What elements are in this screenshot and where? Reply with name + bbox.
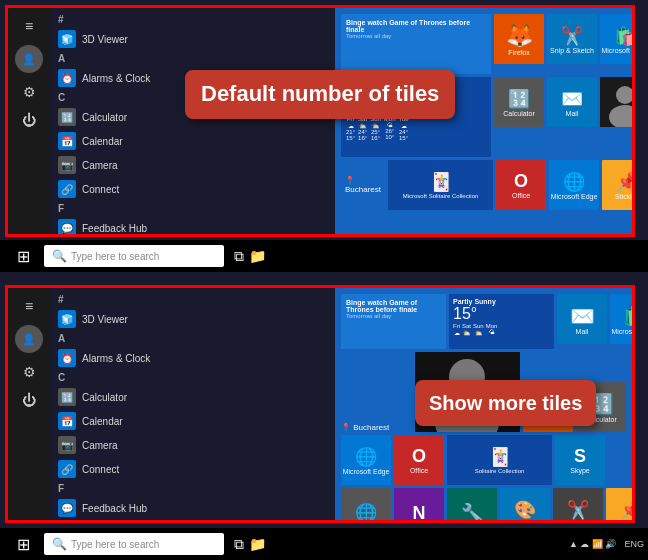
sidebar-item-connect[interactable]: 🔗 Connect: [50, 177, 335, 201]
taskbar-search-top[interactable]: 🔍 Type here to search: [44, 245, 224, 267]
location-row: 📍 Bucharest: [341, 160, 385, 210]
start-button-bottom[interactable]: ⊞: [4, 531, 42, 557]
stickies-tile-label: Stickies: [615, 193, 632, 200]
location-row-b: 📍 Bucharest: [341, 423, 412, 432]
sidebar-label-alarms: Alarms & Clock: [82, 73, 150, 84]
feedback-icon-b: 💬: [58, 499, 76, 517]
sidebar-item-calendar[interactable]: 📅 Calendar: [50, 129, 335, 153]
skype-tile-label-b: Skype: [570, 467, 589, 474]
tile-onenote-b[interactable]: N: [394, 488, 444, 520]
sidebar-item-camera[interactable]: 📷 Camera: [50, 153, 335, 177]
sidebar-item-calculator-b[interactable]: 🔢 Calculator: [50, 385, 335, 409]
tile-event[interactable]: Binge watch Game of Thrones before final…: [341, 14, 491, 74]
tile-office-top[interactable]: O Office: [496, 160, 546, 210]
tile-skype-b[interactable]: S Skype: [555, 435, 605, 485]
sidebar-item-3dviewer[interactable]: 🧊 3D Viewer: [50, 27, 335, 51]
sidebar-item-feedback[interactable]: 💬 Feedback Hub: [50, 216, 335, 234]
mail-tile-icon: ✉️: [561, 88, 583, 110]
tile-weather-b[interactable]: Partly Sunny 15° Fri☁ Sat⛅ Sun⛅ Mon🌤: [449, 294, 554, 349]
tile-solitaire-b[interactable]: 🃏 Solitaire Collection: [447, 435, 552, 485]
start-button-top[interactable]: ⊞: [4, 243, 42, 269]
tile-store-b[interactable]: 🛍️ Microsoft Store: [610, 294, 632, 344]
tile-stickies-top[interactable]: 📌 Stickies: [602, 160, 632, 210]
label-text-top: Default number of tiles: [201, 81, 439, 106]
sidebar-label-3dviewer: 3D Viewer: [82, 34, 128, 45]
taskbar-search-bottom[interactable]: 🔍 Type here to search: [44, 533, 224, 555]
tile-mail[interactable]: ✉️ Mail: [547, 77, 597, 127]
weather-fri-b: Fri☁: [453, 323, 460, 336]
explorer-icon-bottom[interactable]: 📁: [249, 536, 266, 553]
tile-photo-top[interactable]: [600, 77, 632, 127]
tile-edge-top[interactable]: 🌐 Microsoft Edge: [549, 160, 599, 210]
sidebar-letter-f-b: F: [50, 481, 335, 496]
taskview-icon-bottom[interactable]: ⧉: [234, 536, 244, 553]
tile-store[interactable]: 🛍️ Microsoft Store: [600, 14, 632, 64]
taskbar-icons-top: ⧉ 📁: [234, 248, 266, 265]
sidebar-item-camera-b[interactable]: 📷 Camera: [50, 433, 335, 457]
calendar-icon-b: 📅: [58, 412, 76, 430]
user-avatar[interactable]: 👤: [15, 45, 43, 73]
sidebar-app-list-bottom: # 🧊 3D Viewer A ⏰ Alarms & Clock C 🔢 Cal…: [50, 288, 335, 520]
edge-tile-icon: 🌐: [563, 171, 585, 193]
sidebar-item-3dviewer-b[interactable]: 🧊 3D Viewer: [50, 307, 335, 331]
sidebar-letter-a: A: [50, 51, 335, 66]
event-title-b: Binge watch Game of Thrones before final…: [346, 299, 441, 313]
tile-edge-b[interactable]: 🌐 Microsoft Edge: [341, 435, 391, 485]
taskview-icon-top[interactable]: ⧉: [234, 248, 244, 265]
power-icon[interactable]: ⏻: [11, 107, 47, 133]
top-screenshot: ≡ 👤 ⚙ ⏻ # 🧊 3D Viewer A ⏰ Alarms & Clock: [0, 0, 648, 272]
tile-chrome-b[interactable]: 🌐: [341, 488, 391, 520]
tile-snip[interactable]: ✂️ Snip & Sketch: [547, 14, 597, 64]
event-title: Binge watch Game of Thrones before final…: [346, 19, 486, 33]
office-tile-icon-b: O: [412, 446, 426, 467]
solitaire-tile-icon: 🃏: [430, 171, 452, 193]
sidebar-label-calendar-b: Calendar: [82, 416, 123, 427]
sidebar-letter-hash-b: #: [50, 292, 335, 307]
label-bubble-top: Default number of tiles: [185, 70, 455, 119]
sidebar-app-list: # 🧊 3D Viewer A ⏰ Alarms & Clock C 🔢 Cal…: [50, 8, 335, 234]
alarms-icon: ⏰: [58, 69, 76, 87]
tile-event-b[interactable]: Binge watch Game of Thrones before final…: [341, 294, 446, 349]
sidebar-letter-c-b: C: [50, 370, 335, 385]
weather-tue: Tue☁24°15°: [399, 116, 409, 141]
sidebar-icon-strip: ≡ 👤 ⚙ ⏻: [8, 8, 50, 234]
hamburger-icon[interactable]: ≡: [11, 13, 47, 39]
settings-icon[interactable]: ⚙: [11, 79, 47, 105]
sidebar-item-alarms-b[interactable]: ⏰ Alarms & Clock: [50, 346, 335, 370]
firefox-tile-label: Firefox: [508, 49, 529, 56]
tile-mail-b[interactable]: ✉️ Mail: [557, 294, 607, 344]
tile-firefox[interactable]: 🦊 Firefox: [494, 14, 544, 64]
firefox-tile-icon: 🦊: [506, 23, 533, 49]
tile-office-b[interactable]: O Office: [394, 435, 444, 485]
settings-icon-bottom[interactable]: ⚙: [11, 359, 47, 385]
stickies-tile-icon-b: 📌: [620, 499, 632, 521]
power-icon-bottom[interactable]: ⏻: [11, 387, 47, 413]
sidebar-label-calendar: Calendar: [82, 136, 123, 147]
store-tile-label-b: Microsoft Store: [611, 328, 632, 335]
sidebar-item-feedback-b[interactable]: 💬 Feedback Hub: [50, 496, 335, 520]
bottom-screenshot: ≡ 👤 ⚙ ⏻ # 🧊 3D Viewer A ⏰ Alarms & Clock: [0, 280, 648, 560]
sidebar-label-3dviewer-b: 3D Viewer: [82, 314, 128, 325]
separator: [0, 272, 648, 280]
calendar-icon: 📅: [58, 132, 76, 150]
connect-icon-b: 🔗: [58, 460, 76, 478]
explorer-icon-top[interactable]: 📁: [249, 248, 266, 265]
tile-stickies-b[interactable]: 📌 Stickies: [606, 488, 632, 520]
sidebar-label-connect: Connect: [82, 184, 119, 195]
event-time: Tomorrow all day: [346, 33, 486, 39]
user-avatar-bottom[interactable]: 👤: [15, 325, 43, 353]
label-text-bottom: Show more tiles: [429, 392, 582, 414]
hamburger-icon-bottom[interactable]: ≡: [11, 293, 47, 319]
sidebar-item-calendar-b[interactable]: 📅 Calendar: [50, 409, 335, 433]
tile-paint-b[interactable]: 🎨 Paint: [500, 488, 550, 520]
misc-tile-icon-b: 🔧: [461, 502, 483, 520]
sidebar-label-feedback-b: Feedback Hub: [82, 503, 147, 514]
tile-snip-b[interactable]: ✂️ Snip & Sketch: [553, 488, 603, 520]
tile-solitaire-top[interactable]: 🃏 Microsoft Solitaire Collection: [388, 160, 493, 210]
sidebar-label-calculator-b: Calculator: [82, 392, 127, 403]
store-tile-icon: 🛍️: [614, 25, 632, 47]
tile-misc-b[interactable]: 🔧: [447, 488, 497, 520]
store-tile-icon-b: 🛍️: [623, 304, 633, 328]
tile-calculator[interactable]: 🔢 Calculator: [494, 77, 544, 127]
sidebar-item-connect-b[interactable]: 🔗 Connect: [50, 457, 335, 481]
